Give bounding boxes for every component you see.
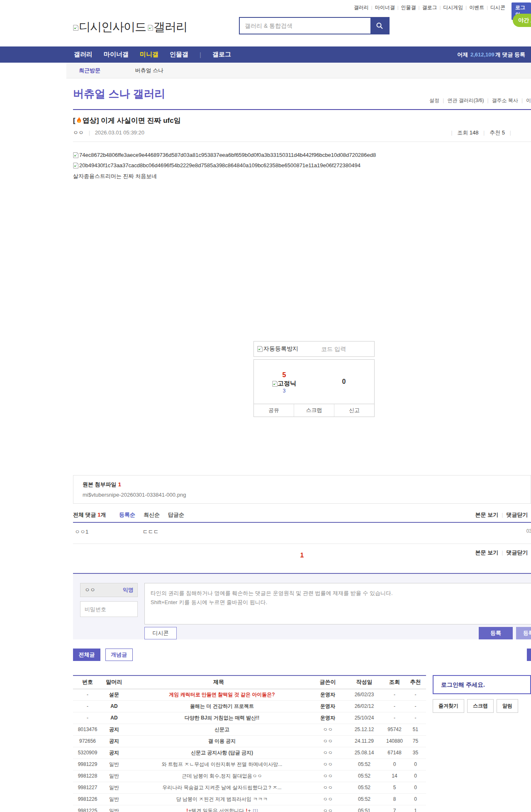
gallery-header-link[interactable]: 이용안내 (526, 98, 531, 103)
post-writer[interactable]: 운영자 (311, 700, 344, 712)
nav-item[interactable]: 미니갤 (140, 51, 158, 59)
comment-page-1[interactable]: 1 (300, 551, 304, 558)
sidebar-tab[interactable]: 스크랩 (467, 699, 494, 713)
anonymous-label[interactable]: 익명 (123, 583, 134, 597)
post-author[interactable]: ㅇㅇ (73, 129, 84, 136)
post-writer[interactable]: ㅇㅇ (311, 724, 344, 735)
comment-view-link[interactable]: 본문 보기 (475, 549, 499, 556)
post-writer[interactable]: ㅇㅇ (311, 770, 344, 782)
post-action-button[interactable]: 신고 (334, 404, 374, 417)
post-category[interactable]: 일반 (102, 770, 126, 782)
post-writer[interactable]: ㅇㅇ (311, 805, 344, 812)
post-action-button[interactable]: 공유 (254, 404, 294, 417)
dccon-button[interactable]: 디시콘 (144, 627, 177, 639)
post-writer[interactable]: 운영자 (311, 689, 344, 700)
post-list-title[interactable]: 다양한 BJ의 거침없는 매력 발산!! (126, 712, 311, 724)
comment-view-link[interactable]: 댓글닫기 (507, 512, 528, 518)
captcha-input[interactable] (317, 346, 374, 352)
post-category[interactable]: 공지 (102, 724, 126, 735)
post-category[interactable]: AD (102, 712, 126, 724)
table-column-header[interactable]: 제목 (126, 675, 311, 689)
post-list-title[interactable]: 신문고 (126, 724, 311, 735)
post-category[interactable]: 설문 (102, 689, 126, 700)
separator: | (451, 129, 452, 136)
post-list-title[interactable]: 갤 이용 공지 (126, 735, 311, 747)
comment-view-link[interactable]: 본문 보기 (475, 512, 499, 518)
site-logo[interactable]: 디시인사이드갤러리 (73, 19, 187, 35)
post-category[interactable]: 일반 (102, 782, 126, 793)
comment-textarea[interactable]: 타인의 권리를 침해하거나 명예를 훼손하는 댓글은 운영원칙 및 관련 법률에… (144, 583, 531, 624)
post-views: 0 (384, 758, 405, 770)
gallery-header-link[interactable]: 갤주소 복사 (492, 98, 518, 103)
post-list-title[interactable]: !+텔견 일동은 선언합니다 !+[1] (126, 805, 311, 812)
nav-item[interactable]: 인물갤 (170, 51, 188, 59)
post-category[interactable]: 일반 (102, 758, 126, 770)
table-column-header[interactable]: 말머리 (102, 675, 126, 689)
post-category[interactable]: 공지 (102, 747, 126, 758)
post-action-button[interactable]: 스크랩 (294, 404, 334, 417)
attachment-filename[interactable]: mi$vtubersnipe-20260301-033841-000.png (83, 492, 531, 498)
write-post-button[interactable]: 글쓰기 (527, 649, 531, 661)
nav-item[interactable]: 갤러리 (74, 51, 93, 59)
table-column-header[interactable]: 번호 (73, 675, 102, 689)
comment-submit-button-2[interactable]: 등록 (516, 627, 531, 639)
gallery-header-link[interactable]: 설정 (429, 98, 439, 103)
post-list-title[interactable]: 근데 남봉이 회수,정지 절대없음ㅇㅇ (126, 770, 311, 782)
post-body-text: 살자종용스트리머는 진짜 처음보네 (73, 172, 531, 180)
post-list-title[interactable]: 신문고 공지사항 (답글 금지) (126, 747, 311, 758)
post-body-images: 74ec8672b4806ffe3aece9e44689736d587d03a8… (73, 151, 531, 169)
recent-visit-label[interactable]: 최근방문 (79, 67, 100, 73)
topbar-link[interactable]: 디시콘 (490, 5, 505, 10)
tab-all-posts[interactable]: 전체글 (73, 649, 100, 661)
post-category[interactable]: 일반 (102, 805, 126, 812)
breadcrumb-gallery-name[interactable]: 버츄얼 스나 (135, 67, 164, 73)
comment-sort-option[interactable]: 답글순 (168, 512, 184, 518)
post-list-title[interactable]: 우리나라 목숨걸고 지켜준 날에 살자드립했다고？ㅈ... (126, 782, 311, 793)
table-column-header[interactable]: 글쓴이 (311, 675, 344, 689)
topbar-link[interactable]: 디시게임 (443, 5, 463, 10)
post-list-title[interactable]: 댱 남봉이 ㅈ된건 저게 범죄라서임 ㅋㅋㅋ (126, 793, 311, 805)
sidebar-tab[interactable]: 즐겨찾기 (433, 699, 464, 713)
table-column-header[interactable]: 조회 (384, 675, 405, 689)
sidebar-tab[interactable]: 알림 (497, 699, 518, 713)
password-field[interactable] (80, 601, 138, 617)
nav-item[interactable]: 갤로그 (212, 51, 231, 59)
separator: | (502, 549, 503, 556)
post-writer[interactable]: ㅇㅇ (311, 793, 344, 805)
search-input[interactable] (240, 18, 370, 34)
gallery-header-link[interactable]: 연관 갤러리(3/6) (447, 98, 484, 103)
post-writer[interactable]: ㅇㅇ (311, 735, 344, 747)
post-number: - (73, 700, 102, 712)
post-category[interactable]: AD (102, 700, 126, 712)
nickname-field[interactable]: ㅇㅇ 익명 (80, 583, 138, 597)
search-button[interactable] (370, 18, 389, 34)
table-column-header[interactable]: 작성일 (344, 675, 384, 689)
post-writer[interactable]: ㅇㅇ (311, 747, 344, 758)
post-category[interactable]: 공지 (102, 735, 126, 747)
upvote-area[interactable]: 5 고정닉 3 (254, 360, 314, 394)
comment-sort-option[interactable]: 등록순 (119, 512, 135, 518)
topbar-link[interactable]: 마이너갤 (375, 5, 395, 10)
comment-submit-button[interactable]: 등록 (479, 627, 513, 639)
topbar-link[interactable]: 이벤트 (469, 5, 484, 10)
comment-view-link[interactable]: 댓글닫기 (507, 549, 528, 556)
topbar-link[interactable]: 갤로그 (422, 5, 437, 10)
topbar-link[interactable]: 갤러리 (354, 5, 369, 10)
topbar-link[interactable]: 인물갤 (401, 5, 416, 10)
post-list-title[interactable]: 와 트럼프 ㅈㄴ무섭네 이란지휘부 전멸 하메네이사망... (126, 758, 311, 770)
post-writer[interactable]: ㅇㅇ (311, 782, 344, 793)
comment-sort-option[interactable]: 최신순 (144, 512, 160, 518)
post-list-date: 24.11.29 (344, 735, 384, 747)
post-writer[interactable]: 운영자 (311, 712, 344, 724)
table-column-header[interactable]: 추천 (405, 675, 426, 689)
post-list-title[interactable]: 올해는 더 건강하기 프로젝트 (126, 700, 311, 712)
tab-best-posts[interactable]: 개념글 (105, 649, 133, 661)
nav-item[interactable]: 마이너갤 (104, 51, 129, 59)
comment-author[interactable]: ㅇㅇ1 (75, 528, 88, 536)
recommend-count: 5 (502, 129, 505, 136)
post-list-title[interactable]: 게임 캐릭터로 만들면 찰떡일 것 같은 아이돌은? (126, 689, 311, 700)
post-writer[interactable]: ㅇㅇ (311, 758, 344, 770)
post-category[interactable]: 일반 (102, 793, 126, 805)
downvote-area[interactable]: 0 (314, 360, 374, 404)
night-mode-toggle[interactable]: 야간 모드 (513, 14, 531, 27)
